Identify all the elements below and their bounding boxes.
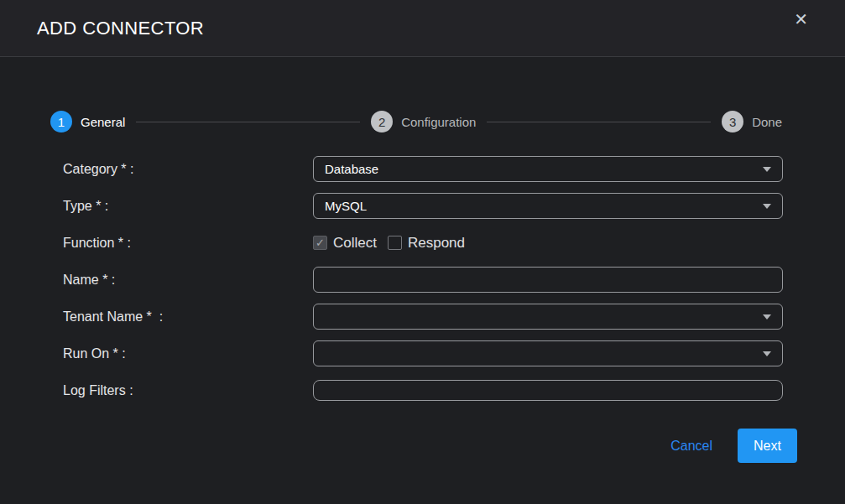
dialog-footer: Cancel Next: [0, 429, 797, 463]
run-on-label: Run On * :: [50, 346, 313, 361]
close-icon[interactable]: ✕: [794, 11, 808, 28]
category-select[interactable]: Database: [313, 156, 783, 182]
field-row-tenant-name: Tenant Name * :: [50, 304, 783, 330]
type-select-value: MySQL: [325, 199, 367, 213]
respond-checkbox-label: Respond: [408, 235, 465, 252]
step-2-indicator: 2: [371, 111, 393, 132]
type-label: Type * :: [50, 199, 313, 214]
function-checkbox-group: ✓ Collect Respond: [313, 235, 465, 252]
tenant-name-label: Tenant Name * :: [50, 309, 313, 325]
type-select[interactable]: MySQL: [313, 193, 783, 219]
field-row-run-on: Run On * :: [50, 340, 783, 366]
collect-checkbox[interactable]: ✓ Collect: [313, 235, 377, 252]
cancel-button[interactable]: Cancel: [670, 439, 712, 454]
chevron-down-icon: [763, 167, 771, 172]
run-on-select[interactable]: [313, 340, 783, 366]
collect-checkbox-box[interactable]: ✓: [313, 236, 327, 250]
function-label: Function * :: [50, 236, 313, 251]
field-row-name: Name * :: [50, 267, 783, 293]
dialog-header: ADD CONNECTOR ✕: [0, 0, 845, 57]
step-3-label: Done: [752, 115, 782, 129]
name-input[interactable]: [313, 267, 783, 293]
chevron-down-icon: [763, 204, 771, 209]
respond-checkbox[interactable]: Respond: [388, 235, 465, 252]
name-label: Name * :: [50, 273, 313, 288]
step-1-label: General: [81, 115, 125, 129]
field-row-type: Type * : MySQL: [50, 193, 783, 219]
chevron-down-icon: [763, 351, 771, 356]
collect-checkbox-label: Collect: [333, 235, 377, 252]
step-3-indicator: 3: [722, 111, 743, 132]
field-row-function: Function * : ✓ Collect Respond: [50, 230, 783, 256]
chevron-down-icon: [763, 314, 771, 320]
step-1-indicator: 1: [50, 111, 72, 132]
step-connector-line: [136, 122, 360, 122]
respond-checkbox-box[interactable]: [388, 236, 402, 250]
dialog-title: ADD CONNECTOR: [37, 18, 204, 39]
step-connector-line: [487, 122, 711, 122]
log-filters-input[interactable]: [313, 380, 783, 401]
step-done: 3 Done: [722, 111, 782, 132]
category-select-value: Database: [325, 162, 378, 176]
tenant-name-select[interactable]: [313, 304, 783, 330]
step-configuration: 2 Configuration: [371, 111, 476, 132]
add-connector-dialog: ADD CONNECTOR ✕ 1 General 2 Configuratio…: [0, 0, 845, 504]
connector-form: Category * : Database Type * : MySQL Fun…: [50, 156, 783, 414]
step-2-label: Configuration: [401, 115, 476, 129]
field-row-log-filters: Log Filters :: [50, 377, 783, 403]
step-general: 1 General: [50, 111, 125, 132]
log-filters-label: Log Filters :: [50, 383, 313, 398]
next-button[interactable]: Next: [738, 429, 797, 463]
field-row-category: Category * : Database: [50, 156, 783, 182]
check-icon: ✓: [316, 236, 325, 249]
category-label: Category * :: [50, 162, 313, 177]
wizard-stepper: 1 General 2 Configuration 3 Done: [50, 111, 782, 132]
